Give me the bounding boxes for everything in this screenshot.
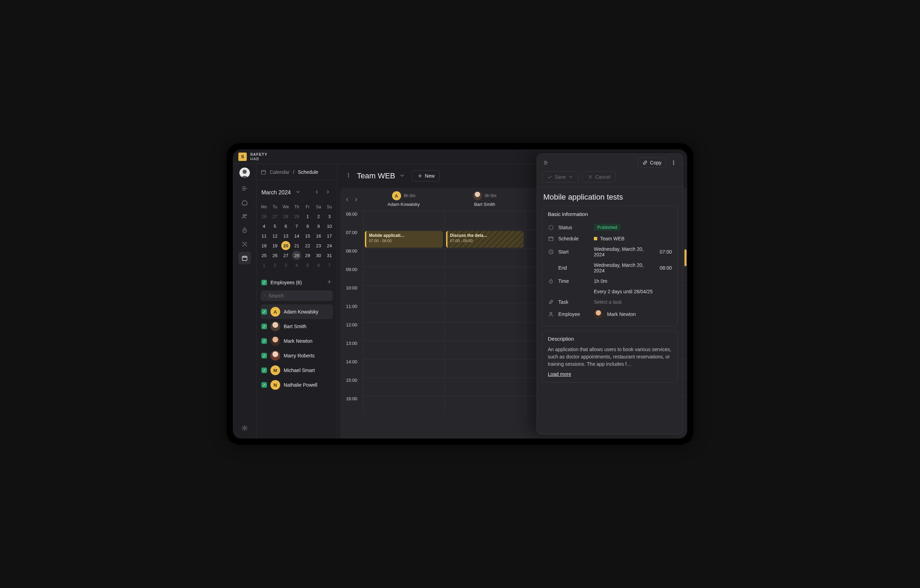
schedule-cell[interactable] bbox=[363, 248, 444, 267]
home-icon[interactable] bbox=[238, 196, 251, 208]
employee-item[interactable]: ✓ A Adam Kowalsky bbox=[261, 304, 333, 319]
schedule-cell[interactable] bbox=[444, 359, 525, 378]
schedule-cell[interactable] bbox=[363, 304, 444, 322]
mini-day[interactable]: 27 bbox=[270, 212, 280, 221]
user-avatar[interactable] bbox=[240, 168, 250, 178]
schedule-cell[interactable] bbox=[444, 248, 525, 267]
schedule-event[interactable]: Discuss the deta…07:00 - 08:00 bbox=[446, 231, 524, 248]
schedule-cell[interactable] bbox=[363, 285, 444, 304]
mini-day[interactable]: 2 bbox=[270, 260, 280, 270]
schedule-cell[interactable] bbox=[444, 267, 525, 285]
team-dropdown-icon[interactable] bbox=[398, 170, 407, 182]
mini-day[interactable]: 7 bbox=[325, 260, 334, 270]
schedule-cell[interactable] bbox=[444, 341, 525, 359]
schedule-cell[interactable] bbox=[444, 378, 525, 396]
mini-day[interactable]: 4 bbox=[260, 221, 269, 231]
mini-day[interactable]: 29 bbox=[303, 251, 312, 260]
cancel-button[interactable]: Cancel bbox=[582, 171, 616, 183]
mini-day[interactable]: 16 bbox=[314, 231, 323, 241]
month-next-icon[interactable] bbox=[324, 188, 332, 197]
employee-item[interactable]: ✓ N Nathalie Powell bbox=[261, 378, 333, 392]
schedule-cell[interactable] bbox=[363, 212, 444, 230]
employee-checkbox[interactable]: ✓ bbox=[261, 353, 267, 359]
mini-day[interactable]: 26 bbox=[270, 251, 280, 260]
mini-day[interactable]: 10 bbox=[325, 221, 334, 231]
mini-day[interactable]: 27 bbox=[281, 251, 290, 260]
mini-day[interactable]: 19 bbox=[270, 241, 280, 250]
employee-checkbox[interactable]: ✓ bbox=[261, 309, 267, 315]
mini-day[interactable]: 14 bbox=[292, 231, 301, 241]
schedule-cell[interactable] bbox=[444, 304, 525, 322]
mini-day[interactable]: 12 bbox=[270, 231, 280, 241]
mini-day[interactable]: 29 bbox=[292, 212, 301, 221]
save-button[interactable]: Save bbox=[542, 171, 579, 183]
employee-item[interactable]: ✓ Marry Roberts bbox=[261, 348, 333, 363]
mini-day[interactable]: 30 bbox=[314, 251, 323, 260]
load-more-link[interactable]: Load more bbox=[548, 372, 571, 377]
mini-day[interactable]: 3 bbox=[281, 260, 290, 270]
mini-day[interactable]: 3 bbox=[325, 212, 334, 221]
schedule-cell[interactable]: Discuss the deta…07:00 - 08:00 bbox=[444, 230, 525, 248]
mini-day[interactable]: 17 bbox=[325, 231, 334, 241]
mini-day[interactable]: 8 bbox=[303, 221, 312, 231]
mini-day[interactable]: 13 bbox=[281, 231, 290, 241]
schedule-cell[interactable] bbox=[444, 285, 525, 304]
employee-checkbox[interactable]: ✓ bbox=[261, 367, 267, 373]
employee-item[interactable]: ✓ Bart Smith bbox=[261, 319, 333, 334]
employee-item[interactable]: ✓ M Michael Smart bbox=[261, 363, 333, 378]
mini-day[interactable]: 24 bbox=[325, 241, 334, 250]
schedule-cell[interactable] bbox=[444, 322, 525, 341]
employee-checkbox[interactable]: ✓ bbox=[261, 338, 267, 344]
schedule-cell[interactable] bbox=[444, 212, 525, 230]
mini-day[interactable]: 2 bbox=[314, 212, 323, 221]
schedule-cell[interactable] bbox=[363, 322, 444, 341]
event-strip[interactable] bbox=[684, 249, 687, 266]
settings-icon[interactable] bbox=[238, 422, 251, 435]
mini-day[interactable]: 7 bbox=[292, 221, 301, 231]
add-employee-icon[interactable] bbox=[327, 279, 332, 286]
employee-item[interactable]: ✓ Mark Newton bbox=[261, 334, 333, 348]
schedule-cell[interactable] bbox=[363, 378, 444, 396]
new-button[interactable]: New bbox=[412, 170, 440, 181]
task-select[interactable]: Select a task bbox=[594, 299, 622, 305]
month-prev-icon[interactable] bbox=[313, 188, 321, 197]
schedule-cell[interactable] bbox=[363, 267, 444, 285]
schedule-cell[interactable] bbox=[444, 396, 525, 415]
employee-checkbox[interactable]: ✓ bbox=[261, 382, 267, 388]
schedule-event[interactable]: Mobile applicati…07:00 - 08:00 bbox=[365, 231, 443, 248]
panel-collapse-icon[interactable] bbox=[541, 158, 551, 168]
stopwatch-icon[interactable] bbox=[238, 224, 251, 236]
mini-day[interactable]: 22 bbox=[303, 241, 312, 250]
mini-day[interactable]: 23 bbox=[314, 241, 323, 250]
mini-day[interactable]: 1 bbox=[303, 212, 312, 221]
mini-day[interactable]: 6 bbox=[281, 221, 290, 231]
mini-day[interactable]: 28 bbox=[281, 212, 290, 221]
copy-button[interactable]: Copy bbox=[638, 157, 666, 168]
mini-day[interactable]: 31 bbox=[325, 251, 334, 260]
tools-icon[interactable] bbox=[238, 238, 251, 250]
people-icon[interactable] bbox=[238, 210, 251, 223]
employee-checkbox[interactable]: ✓ bbox=[261, 324, 267, 329]
mini-day[interactable]: 15 bbox=[303, 231, 312, 241]
mini-day[interactable]: 5 bbox=[303, 260, 312, 270]
mini-day[interactable]: 5 bbox=[270, 221, 280, 231]
mini-day[interactable]: 18 bbox=[260, 241, 269, 250]
mini-day[interactable]: 28 bbox=[292, 251, 301, 260]
person-column-header[interactable]: A8h 0mAdam Kowalsky bbox=[363, 191, 444, 208]
mini-day[interactable]: 6 bbox=[314, 260, 323, 270]
schedule-cell[interactable] bbox=[363, 359, 444, 378]
day-next-icon[interactable] bbox=[352, 196, 360, 205]
employee-search[interactable] bbox=[261, 291, 333, 301]
day-prev-icon[interactable] bbox=[343, 196, 351, 205]
breadcrumb-root[interactable]: Calendar bbox=[270, 169, 290, 175]
mini-day[interactable]: 4 bbox=[292, 260, 301, 270]
calendar-icon[interactable] bbox=[238, 252, 251, 264]
person-column-header[interactable]: 0h 0mBart Smith bbox=[444, 191, 525, 208]
mini-day[interactable]: 11 bbox=[260, 231, 269, 241]
schedule-cell[interactable]: Mobile applicati…07:00 - 08:00 bbox=[363, 230, 444, 248]
month-dropdown-icon[interactable] bbox=[294, 188, 302, 197]
team-menu-icon[interactable] bbox=[343, 170, 353, 181]
schedule-cell[interactable] bbox=[363, 341, 444, 359]
mini-day[interactable]: 21 bbox=[292, 241, 301, 250]
schedule-cell[interactable] bbox=[363, 396, 444, 415]
